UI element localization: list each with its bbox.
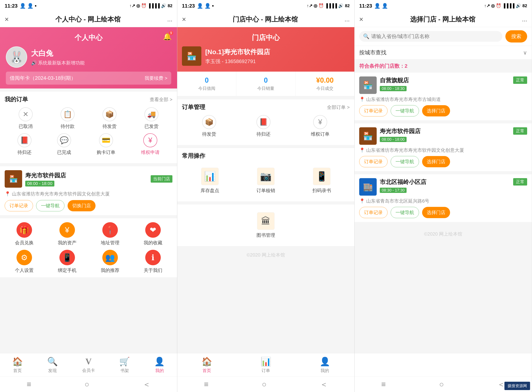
menu-btn-2[interactable]: ≡ (204, 380, 208, 389)
search-input[interactable] (371, 33, 499, 39)
pending-pay-icon: 📋 (61, 107, 75, 121)
tab-home-2[interactable]: 🏠 首页 (202, 356, 212, 373)
feature-settings[interactable]: ⚙ 个人设置 (5, 250, 44, 273)
result-number: 2 (405, 63, 407, 69)
feature-member-exchange[interactable]: 🎁 会员兑换 (5, 222, 44, 246)
tab-home-1[interactable]: 🏠 首页 (12, 356, 23, 373)
tab-orders-2[interactable]: 📊 订单 (261, 356, 271, 373)
membership-icon: V (85, 356, 92, 366)
order-pending-return[interactable]: 📕 待归还 (18, 133, 31, 155)
card-link[interactable]: 我要续费 > (145, 75, 167, 81)
city-filter[interactable]: 按城市查找 ∨ (354, 46, 532, 60)
software-info: 寿光市软件园店 08:00 - 18:00 (380, 127, 510, 142)
north-addr: 📍 山东省青岛市市北区延兴路6号 (359, 198, 527, 204)
more-btn-3[interactable]: ... (522, 16, 527, 23)
tab-mine-2[interactable]: 👤 我的 (320, 356, 330, 373)
back-btn-3[interactable]: ＜ (497, 379, 505, 390)
north-hours: 08:30 - 17:30 (380, 188, 407, 193)
scan-book-icon: 📱 (313, 168, 330, 185)
orders-top-row: ✕ 已取消 📋 待付款 📦 待发货 🚚 已发货 (5, 107, 172, 129)
close-btn-1[interactable]: × (5, 15, 9, 23)
software-order-btn[interactable]: 订单记录 (359, 156, 387, 167)
back-btn-1[interactable]: ＜ (143, 379, 151, 390)
book-management-icon: 🏛 (257, 212, 274, 230)
about-us-icon: ℹ (145, 250, 161, 265)
home-btn-3[interactable]: ○ (439, 380, 444, 389)
tab-discover[interactable]: 🔍 发现 (47, 356, 58, 373)
flagship-nav-btn[interactable]: 一键导航 (391, 105, 419, 117)
order-completed[interactable]: 💬 已完成 (57, 133, 71, 155)
more-btn-2[interactable]: ... (344, 16, 350, 23)
card-text: 借阅年卡（2024-03-18到期） (10, 75, 76, 81)
north-order-btn[interactable]: 订单记录 (359, 207, 387, 218)
book-management[interactable]: 🏛 图书管理 (182, 208, 350, 242)
flagship-hours: 08:00 - 18:30 (380, 86, 407, 91)
search-button[interactable]: 搜索 (505, 30, 527, 42)
order-cancelled[interactable]: ✕ 已取消 (19, 107, 33, 129)
feature-address[interactable]: 📍 地址管理 (90, 222, 130, 246)
icons-2: 👤 👤 • (197, 3, 214, 9)
flagship-order-btn[interactable]: 订单记录 (359, 105, 387, 117)
order-mgmt-link[interactable]: 全部订单 > (327, 104, 350, 110)
orders-link[interactable]: 查看全部 > (150, 96, 172, 103)
dispute-order-2[interactable]: ¥ 维权订单 (311, 115, 330, 137)
order-shipped[interactable]: 🚚 已发货 (145, 107, 158, 129)
membership-card[interactable]: 借阅年卡（2024-03-18到期） 我要续费 > (6, 72, 171, 85)
avatar: 🐰 (6, 46, 27, 68)
pending-ship-label: 待发货 (103, 123, 117, 129)
bookshelf-icon: 🛒 (119, 356, 130, 367)
cancelled-label: 已取消 (19, 123, 33, 129)
tab-membership[interactable]: V 会员卡 (82, 356, 95, 373)
book-management-label: 图书管理 (256, 232, 275, 238)
store-item-flagship: 🏪 自营旗舰店 08:00 - 18:30 正常 📍 山东省潍坊市寿光市寿光市古… (354, 73, 532, 120)
tab-bookshelf[interactable]: 🛒 书架 (119, 356, 130, 373)
dispute-icon: ¥ (143, 133, 157, 147)
favorites-icon: ❤ (145, 222, 161, 238)
software-nav-btn[interactable]: 一键导航 (391, 156, 419, 167)
battery-2: 82 (345, 3, 350, 8)
inventory-count[interactable]: 📊 库存盘点 (182, 164, 238, 198)
profile-sub: 🔊 系统最新版本新增功能 (31, 60, 85, 66)
close-btn-3[interactable]: × (359, 15, 363, 23)
more-btn-1[interactable]: ... (167, 16, 172, 23)
software-select-btn[interactable]: 选择门店 (422, 156, 450, 167)
watermark: 摄搜资源网 (504, 382, 530, 390)
north-nav-btn[interactable]: 一键导航 (391, 207, 419, 218)
order-card[interactable]: 💳 购卡订单 (97, 133, 115, 155)
feature-my-referral[interactable]: 👥 我的推荐 (90, 250, 130, 273)
pending-ship-icon: 📦 (103, 107, 117, 121)
navigate-btn-1[interactable]: 一键导航 (36, 200, 65, 211)
close-btn-2[interactable]: × (182, 15, 186, 23)
home-btn-1[interactable]: ○ (85, 380, 89, 389)
menu-btn-3[interactable]: ≡ (381, 380, 386, 389)
north-select-btn[interactable]: 选择门店 (422, 207, 450, 218)
speaker-icon: 🔊 (31, 60, 37, 65)
order-dispute[interactable]: ¥ 维权申请 (141, 133, 160, 155)
pending-ship-2[interactable]: 📦 待发货 (202, 115, 216, 137)
battery-3: 82 (523, 3, 527, 8)
feature-favorites[interactable]: ❤ 我的收藏 (133, 222, 172, 246)
order-verify[interactable]: 📷 订单核销 (238, 164, 294, 198)
tab-mine[interactable]: 👤 我的 (154, 356, 165, 373)
time-1: 11:23 (5, 3, 18, 9)
content-1: 个人中心 🔔 9 🐰 大白兔 🔊 系统最新版本新增功能 借阅年卡（2024-03… (0, 27, 177, 353)
scan-book[interactable]: 📱 扫码录书 (294, 164, 350, 198)
software-actions: 订单记录 一键导航 选择门店 (359, 156, 527, 167)
stat-revenue: ¥0.00 今日成交 (296, 72, 354, 96)
flagship-row: 🏪 自营旗舰店 08:00 - 18:30 正常 (359, 76, 527, 94)
home-btn-2[interactable]: ○ (262, 380, 267, 389)
order-record-btn-1[interactable]: 订单记录 (5, 200, 33, 211)
feature-my-assets[interactable]: ¥ 我的资产 (47, 222, 87, 246)
pending-return-icon: 📕 (18, 133, 31, 147)
pending-return-label: 待归还 (18, 149, 31, 155)
back-btn-2[interactable]: ＜ (320, 379, 328, 390)
feature-bind-phone[interactable]: 📱 绑定手机 (47, 250, 87, 273)
order-pending-ship[interactable]: 📦 待发货 (103, 107, 117, 129)
switch-store-btn[interactable]: 切换门店 (68, 200, 95, 211)
common-ops-section: 常用操作 📊 库存盘点 📷 订单核销 📱 扫码录书 (177, 148, 354, 201)
feature-about-us[interactable]: ℹ 关于我们 (133, 250, 172, 273)
menu-btn-1[interactable]: ≡ (27, 380, 31, 389)
flagship-select-btn[interactable]: 选择门店 (422, 105, 450, 117)
order-pending-pay[interactable]: 📋 待付款 (61, 107, 75, 129)
pending-return-2[interactable]: 📕 待归还 (256, 115, 270, 137)
